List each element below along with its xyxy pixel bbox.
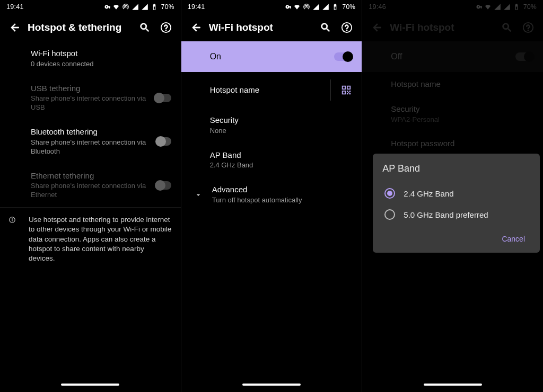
- search-icon: [320, 22, 331, 33]
- back-arrow-icon: [371, 22, 383, 33]
- back-button[interactable]: [186, 17, 207, 38]
- usb-tethering-item: USB tethering Share phone's internet con…: [0, 76, 181, 120]
- nav-bar[interactable]: [362, 377, 543, 392]
- option-label: 2.4 GHz Band: [404, 189, 453, 198]
- ethernet-tethering-toggle: [156, 181, 171, 190]
- statusbar: 19:41 70%: [181, 0, 362, 14]
- ethernet-tethering-item: Ethernet tethering Share phone's interne…: [0, 164, 181, 208]
- vpn-key-icon: [284, 3, 291, 11]
- settings-list: Wi-Fi hotspot 0 devices connected USB te…: [0, 41, 181, 377]
- item-title: Hotspot name: [391, 79, 527, 90]
- bluetooth-tethering-toggle[interactable]: [156, 137, 171, 146]
- phone-panel-1: 19:41 70% Hotspot & tethering: [0, 0, 181, 392]
- help-button[interactable]: [155, 17, 177, 38]
- item-title: USB tethering: [31, 84, 148, 94]
- item-title: Bluetooth tethering: [31, 127, 150, 137]
- item-title: Hotspot name: [210, 85, 318, 95]
- chevron-down-icon: [194, 190, 203, 200]
- radio-selected-icon: [384, 188, 395, 199]
- app-header: Wi-Fi hotspot: [362, 14, 543, 41]
- item-subtitle: Turn off hotspot automatically: [212, 196, 346, 205]
- nav-pill-icon: [242, 384, 301, 386]
- signal-icon-1: [494, 3, 501, 11]
- search-button[interactable]: [496, 17, 518, 38]
- nav-pill-icon: [424, 384, 482, 386]
- hotspot-name-item[interactable]: Hotspot name: [181, 72, 362, 108]
- search-button[interactable]: [134, 17, 155, 38]
- battery-icon: [513, 3, 520, 11]
- qr-share-button[interactable]: [330, 79, 352, 101]
- item-subtitle: Share phone's internet connection via Bl…: [31, 138, 150, 156]
- wifi-icon: [112, 3, 120, 11]
- hotspot-on-row[interactable]: On: [181, 41, 362, 72]
- wifi-icon: [293, 3, 301, 11]
- hotspot-name-item[interactable]: Hotspot name: [362, 72, 543, 97]
- back-button[interactable]: [366, 17, 388, 38]
- page-title: Hotspot & tethering: [25, 22, 134, 33]
- phone-panel-3: 19:46 70% Wi-Fi hotspot: [362, 0, 543, 392]
- advanced-item[interactable]: Advanced Turn off hotspot automatically: [181, 177, 362, 212]
- status-clock: 19:41: [6, 3, 24, 11]
- hotspot-detail: On Hotspot name Security None AP: [181, 41, 362, 377]
- off-label: Off: [391, 52, 515, 61]
- battery-text: 70%: [342, 3, 355, 11]
- hotspot-off-row[interactable]: Off: [362, 41, 543, 72]
- bluetooth-tethering-item[interactable]: Bluetooth tethering Share phone's intern…: [0, 120, 181, 164]
- search-button[interactable]: [315, 17, 336, 38]
- back-button[interactable]: [4, 17, 25, 38]
- statusbar: 19:41 70%: [0, 0, 181, 14]
- battery-text: 70%: [523, 3, 537, 11]
- vpn-key-icon: [475, 3, 482, 11]
- signal-icon-2: [322, 3, 329, 11]
- info-icon: [8, 216, 16, 224]
- phone-panel-2: 19:41 70% Wi-Fi hotspot: [181, 0, 363, 392]
- status-icons: 70%: [475, 3, 537, 11]
- hotspot-detail-dimmed: Off Hotspot name Security WPA2-Personal …: [362, 41, 543, 156]
- item-value: WPA2-Personal: [391, 115, 527, 124]
- wifi-icon: [484, 3, 492, 11]
- status-clock: 19:41: [188, 3, 205, 11]
- apband-option-24[interactable]: 2.4 GHz Band: [382, 183, 530, 204]
- security-item[interactable]: Security None: [181, 108, 362, 143]
- item-subtitle: Share phone's internet connection via Et…: [31, 182, 150, 200]
- hotspot-master-toggle[interactable]: [515, 52, 533, 61]
- dialog-title: AP Band: [382, 163, 530, 174]
- back-arrow-icon: [9, 22, 21, 33]
- page-title: Wi-Fi hotspot: [207, 22, 316, 33]
- help-button[interactable]: [336, 17, 357, 38]
- apband-item[interactable]: AP Band 2.4 GHz Band: [181, 143, 362, 178]
- item-value: None: [210, 127, 346, 136]
- search-icon: [139, 22, 151, 33]
- battery-icon: [151, 3, 158, 11]
- status-icons: 70%: [103, 3, 174, 11]
- nav-bar[interactable]: [181, 377, 362, 392]
- status-clock: 19:46: [369, 3, 386, 11]
- wifi-hotspot-item[interactable]: Wi-Fi hotspot 0 devices connected: [0, 41, 181, 76]
- cancel-button[interactable]: Cancel: [496, 230, 530, 247]
- item-title: Security: [210, 115, 346, 126]
- apband-option-50[interactable]: 5.0 GHz Band preferred: [382, 204, 530, 225]
- help-icon: [160, 22, 172, 33]
- info-text: Use hotspot and tethering to provide int…: [29, 215, 172, 263]
- help-button[interactable]: [518, 17, 539, 38]
- info-paragraph: Use hotspot and tethering to provide int…: [0, 208, 181, 271]
- triple-phone-viewport: 19:41 70% Hotspot & tethering: [0, 0, 543, 392]
- status-icons: 70%: [284, 3, 355, 11]
- statusbar: 19:46 70%: [362, 0, 543, 14]
- item-subtitle: 0 devices connected: [31, 60, 165, 69]
- app-header: Wi-Fi hotspot: [181, 14, 362, 41]
- hotspot-password-item[interactable]: Hotspot password: [362, 131, 543, 156]
- expand-icon-wrap: [194, 190, 208, 200]
- hotspot-icon: [122, 3, 129, 11]
- qr-code-icon: [340, 84, 352, 96]
- item-title: Security: [391, 104, 527, 114]
- hotspot-master-toggle[interactable]: [334, 52, 352, 61]
- nav-bar[interactable]: [0, 377, 181, 392]
- item-subtitle: Share phone's internet connection via US…: [31, 94, 148, 112]
- item-title: Advanced: [212, 185, 346, 195]
- security-item[interactable]: Security WPA2-Personal: [362, 97, 543, 132]
- page-title: Wi-Fi hotspot: [388, 22, 496, 33]
- option-label: 5.0 GHz Band preferred: [404, 210, 488, 219]
- radio-unselected-icon: [384, 209, 395, 220]
- item-title: Wi-Fi hotspot: [31, 49, 165, 59]
